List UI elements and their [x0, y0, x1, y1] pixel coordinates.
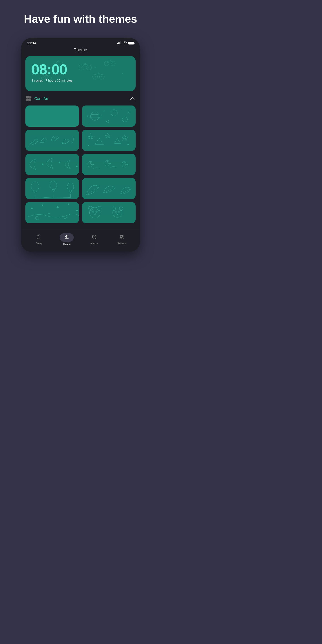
svg-marker-61	[87, 134, 94, 139]
svg-point-82	[56, 206, 59, 208]
nav-item-settings[interactable]: Settings	[108, 234, 136, 245]
svg-point-74	[50, 181, 56, 190]
alarm-time: 08:00	[31, 62, 130, 76]
svg-text:⚙: ⚙	[30, 96, 31, 98]
card-thumb-balloon[interactable]	[26, 178, 79, 199]
status-icons	[117, 41, 134, 45]
card-thumb-moon[interactable]	[26, 154, 79, 175]
svg-point-51	[87, 114, 102, 118]
card-art-header[interactable]: ⚙ Card Art	[26, 96, 136, 102]
alarms-icon	[92, 234, 97, 241]
svg-line-79	[54, 197, 70, 198]
svg-rect-2	[120, 42, 120, 44]
svg-point-86	[36, 216, 39, 220]
nav-item-sleep[interactable]: Sleep	[26, 234, 53, 245]
svg-point-94	[113, 208, 122, 218]
svg-point-60	[54, 137, 57, 140]
svg-point-89	[88, 206, 92, 210]
svg-point-97	[115, 211, 117, 213]
svg-text:·: ·	[88, 122, 89, 124]
svg-point-50	[90, 112, 99, 120]
svg-point-65	[128, 144, 129, 145]
svg-point-90	[97, 206, 101, 210]
svg-point-93	[94, 213, 96, 214]
svg-point-53	[122, 117, 127, 122]
svg-rect-44	[26, 96, 28, 98]
svg-rect-3	[120, 41, 121, 44]
svg-point-58	[128, 110, 130, 113]
svg-point-87	[64, 216, 66, 218]
svg-point-80	[31, 208, 32, 209]
card-thumb-night[interactable]	[26, 202, 79, 223]
card-art-left-group: ⚙ Card Art	[26, 96, 48, 102]
svg-point-105	[121, 236, 123, 238]
svg-point-81	[42, 204, 43, 206]
svg-point-91	[92, 210, 94, 213]
screen-title: Theme	[26, 48, 136, 52]
card-thumb-plain[interactable]	[26, 106, 79, 127]
signal-icon	[117, 41, 121, 45]
nav-label-settings: Settings	[117, 242, 126, 245]
nav-label-alarms: Alarms	[90, 242, 98, 245]
hero-title: Have fun with themes	[16, 13, 145, 26]
svg-rect-100	[65, 238, 69, 238]
alarm-card[interactable]: ★ ★ ★	[26, 56, 136, 91]
svg-point-83	[68, 203, 69, 205]
svg-point-67	[59, 162, 60, 163]
bottom-nav: Sleep Theme Al	[21, 230, 140, 252]
sleep-icon	[36, 234, 42, 241]
status-bar: 11:14	[21, 38, 140, 48]
card-thumb-stars[interactable]	[82, 130, 136, 151]
svg-text:⊙: ⊙	[104, 110, 105, 112]
card-art-label: Card Art	[34, 96, 48, 101]
screen-content: Theme	[21, 48, 140, 227]
svg-point-85	[48, 213, 50, 214]
card-art-icon: ⚙	[26, 96, 32, 102]
svg-marker-63	[122, 135, 128, 140]
svg-line-78	[35, 197, 54, 198]
card-art-grid: ⊙ · ·	[26, 106, 136, 227]
svg-point-99	[116, 213, 118, 214]
svg-point-88	[90, 207, 100, 218]
battery-icon	[128, 42, 134, 44]
nav-item-alarms[interactable]: Alarms	[80, 234, 108, 245]
card-thumb-floral[interactable]	[26, 130, 79, 151]
svg-point-64	[88, 145, 89, 146]
phone-mockup: 11:14 Theme	[21, 38, 140, 252]
theme-icon	[60, 233, 74, 242]
svg-rect-46	[26, 98, 28, 101]
chevron-up-icon	[130, 96, 135, 101]
svg-point-52	[111, 110, 117, 116]
nav-label-sleep: Sleep	[36, 242, 42, 245]
settings-icon	[119, 234, 124, 241]
svg-marker-62	[104, 132, 111, 138]
svg-point-92	[96, 210, 98, 213]
card-thumb-space[interactable]: ⊙ · ·	[82, 106, 136, 127]
card-thumb-animals[interactable]	[82, 154, 136, 175]
svg-point-76	[67, 182, 74, 191]
svg-point-72	[31, 182, 39, 191]
svg-point-59	[34, 138, 38, 142]
status-time: 11:14	[27, 41, 36, 45]
nav-label-theme: Theme	[63, 243, 70, 246]
svg-rect-47	[29, 98, 31, 101]
card-thumb-leaf[interactable]	[82, 178, 136, 199]
svg-point-66	[42, 164, 44, 165]
svg-rect-0	[117, 43, 118, 44]
nav-item-theme[interactable]: Theme	[53, 233, 80, 246]
svg-point-68	[76, 166, 78, 167]
wifi-icon	[123, 41, 127, 45]
svg-point-57	[106, 120, 109, 123]
svg-text:·: ·	[120, 108, 121, 110]
alarm-subtitle: 4 cycles · 7 hours 30 minutes	[31, 78, 130, 82]
card-thumb-panda[interactable]	[82, 202, 136, 223]
svg-point-106	[120, 235, 123, 238]
svg-point-84	[76, 210, 78, 212]
svg-rect-1	[118, 42, 119, 44]
svg-point-98	[118, 211, 120, 213]
